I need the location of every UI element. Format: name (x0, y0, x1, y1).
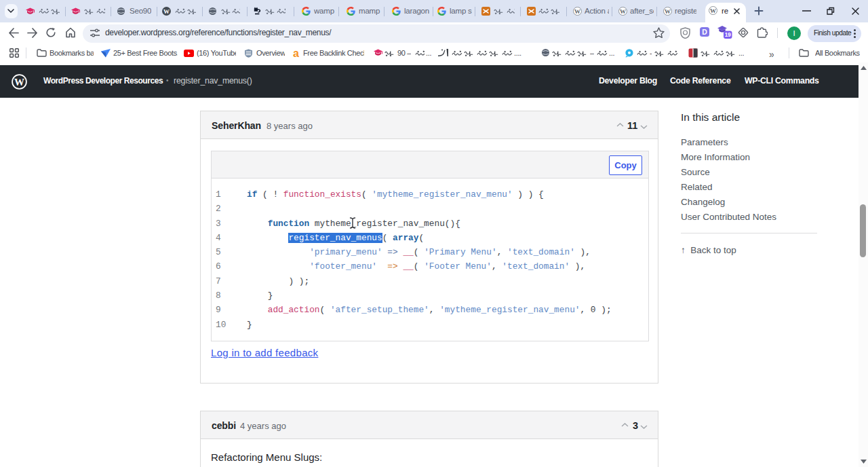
svg-text:D: D (702, 28, 707, 36)
svg-text:19: 19 (725, 32, 732, 38)
svg-text:W: W (14, 77, 24, 88)
svg-text:a: a (293, 48, 299, 58)
svg-text:I: I (793, 29, 795, 37)
